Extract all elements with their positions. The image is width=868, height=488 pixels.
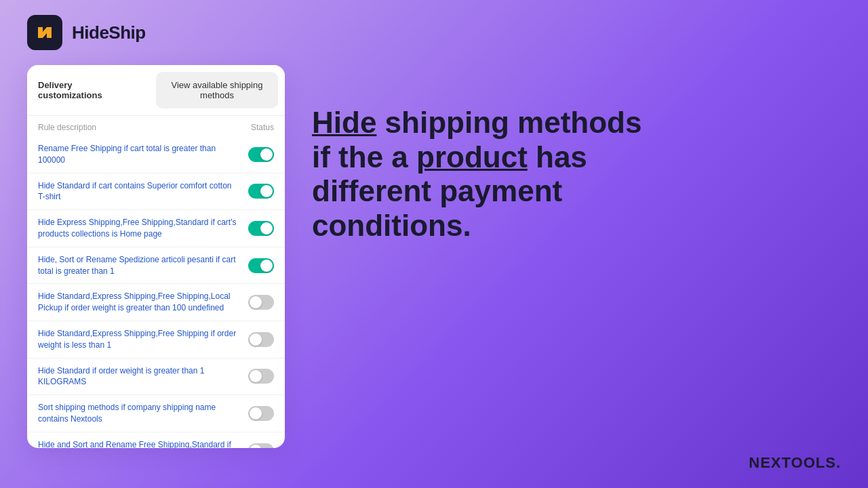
promo-line6: different payment conditions. — [312, 174, 562, 242]
rule-text[interactable]: Hide and Sort and Rename Free Shipping,S… — [38, 439, 240, 448]
toggle-track — [248, 443, 274, 448]
col-status: Status — [251, 123, 274, 132]
toggle-thumb — [250, 333, 262, 346]
rule-text[interactable]: Hide Express Shipping,Free Shipping,Stan… — [38, 217, 240, 240]
nextools-text: NEXTOOLS. — [749, 454, 841, 471]
toggle-thumb — [260, 148, 273, 161]
promo-line5: has — [528, 140, 587, 174]
rule-text[interactable]: Sort shipping methods if company shippin… — [38, 402, 240, 425]
toggle-track — [248, 332, 274, 347]
toggle-thumb — [260, 260, 273, 272]
toggle-thumb — [250, 370, 262, 382]
table-row: Rename Free Shipping if cart total is gr… — [27, 136, 285, 174]
table-row: Hide, Sort or Rename Spedizione articoli… — [27, 247, 285, 285]
logo-box — [27, 15, 62, 50]
toggle-track — [248, 184, 274, 199]
toggle-thumb — [260, 222, 273, 235]
toggle-thumb — [250, 407, 262, 420]
col-rule-desc: Rule description — [38, 123, 96, 132]
toggle-thumb — [260, 185, 273, 197]
toggle-switch[interactable] — [248, 369, 274, 384]
toggle-thumb — [250, 296, 262, 308]
rule-text[interactable]: Hide Standard,Express Shipping,Free Ship… — [38, 291, 240, 314]
promo-line3: if the a — [312, 140, 416, 174]
brand-name: HideShip — [72, 22, 146, 43]
table-row: Hide Express Shipping,Free Shipping,Stan… — [27, 210, 285, 247]
toggle-switch[interactable] — [248, 184, 274, 199]
rule-text[interactable]: Hide Standard if order weight is greater… — [38, 365, 240, 388]
toggle-switch[interactable] — [248, 295, 274, 310]
toggle-switch[interactable] — [248, 406, 274, 421]
rule-text[interactable]: Hide Standard if cart contains Superior … — [38, 180, 240, 203]
table-row: Hide and Sort and Rename Free Shipping,S… — [27, 432, 285, 448]
table-row: Hide Standard if order weight is greater… — [27, 359, 285, 396]
promo-hide: Hide — [312, 106, 376, 139]
promo-product: product — [416, 140, 528, 174]
promo-line2: shipping methods — [376, 106, 642, 139]
panel: Delivery customizations View available s… — [27, 65, 285, 448]
toggle-switch[interactable] — [248, 443, 274, 448]
toggle-track — [248, 147, 274, 162]
rules-list: Rename Free Shipping if cart total is gr… — [27, 136, 285, 448]
rule-text[interactable]: Hide Standard,Express Shipping,Free Ship… — [38, 328, 240, 351]
panel-header: Rule description Status — [27, 116, 285, 136]
toggle-thumb — [250, 445, 262, 448]
tab-delivery[interactable]: Delivery customizations — [27, 65, 149, 115]
tab-view-shipping[interactable]: View available shipping methods — [156, 72, 278, 108]
panel-tabs: Delivery customizations View available s… — [27, 65, 285, 116]
toggle-switch[interactable] — [248, 147, 274, 162]
toggle-track — [248, 369, 274, 384]
toggle-switch[interactable] — [248, 258, 274, 273]
table-row: Hide Standard if cart contains Superior … — [27, 174, 285, 211]
toggle-switch[interactable] — [248, 221, 274, 236]
table-row: Hide Standard,Express Shipping,Free Ship… — [27, 321, 285, 359]
promo-section: Hide shipping methods if the a product h… — [312, 65, 841, 249]
rule-text[interactable]: Rename Free Shipping if cart total is gr… — [38, 143, 240, 166]
promo-text: Hide shipping methods if the a product h… — [312, 106, 719, 243]
header: HideShip — [0, 0, 868, 65]
toggle-track — [248, 221, 274, 236]
toggle-track — [248, 406, 274, 421]
main-content: Delivery customizations View available s… — [0, 65, 868, 488]
toggle-switch[interactable] — [248, 332, 274, 347]
toggle-track — [248, 258, 274, 273]
table-row: Sort shipping methods if company shippin… — [27, 395, 285, 432]
rule-text[interactable]: Hide, Sort or Rename Spedizione articoli… — [38, 254, 240, 277]
table-row: Hide Standard,Express Shipping,Free Ship… — [27, 284, 285, 321]
nextools-logo: NEXTOOLS. — [749, 454, 841, 472]
toggle-track — [248, 295, 274, 310]
logo-icon — [34, 22, 56, 43]
